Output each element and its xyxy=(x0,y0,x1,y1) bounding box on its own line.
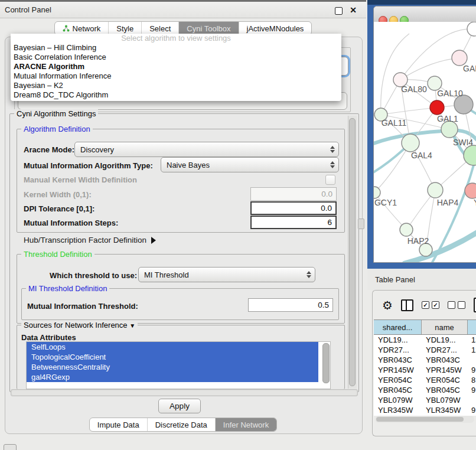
tab-style[interactable]: Style xyxy=(108,22,141,35)
unchecked-box-icon xyxy=(458,301,465,309)
cell: YDL19... xyxy=(374,335,422,345)
cell: YLR345W xyxy=(374,405,422,415)
cell: YBR045C xyxy=(422,385,468,395)
cell: YPR145W xyxy=(422,365,468,375)
kernel-width-field[interactable]: 0.0 xyxy=(250,187,337,201)
node-label: HAP4 xyxy=(437,198,459,207)
node-label: GAL10 xyxy=(437,89,463,98)
deselect-all-icon[interactable] xyxy=(448,301,465,309)
manual-kernel-checkbox[interactable] xyxy=(325,175,335,185)
cell xyxy=(468,355,476,365)
attribute-item-selected[interactable]: BetweennessCentrality xyxy=(27,362,318,372)
network-window-titlebar[interactable] xyxy=(374,6,476,22)
node-label: GAL xyxy=(463,64,476,73)
algorithm-option[interactable]: Dream8 DC_TDC Algorithm xyxy=(11,90,341,100)
tab-discretize-data[interactable]: Discretize Data xyxy=(147,418,215,431)
minimized-panel-icon-partial[interactable] xyxy=(4,444,17,450)
algorithm-option[interactable]: Bayesian – Hill Climbing xyxy=(11,43,341,53)
cell: YER054C xyxy=(374,375,422,385)
tab-network[interactable]: Network xyxy=(55,22,109,35)
table-row[interactable]: YDR27...YDR27...12 xyxy=(374,345,476,355)
table-row[interactable]: YBL079WYBL079W xyxy=(374,395,476,405)
tab-select[interactable]: Select xyxy=(141,22,178,35)
tab-impute-data[interactable]: Impute Data xyxy=(90,418,147,431)
column-header-name[interactable]: name xyxy=(422,320,468,334)
algorithm-option[interactable]: Bayesian – K2 xyxy=(11,81,341,90)
cell: YBL079W xyxy=(422,395,468,405)
expander-arrow-icon xyxy=(151,237,156,244)
table-hscrollbar[interactable] xyxy=(375,416,474,423)
network-view-window: GAL GAL80 GAL10 GAL1 GAL11 SWI4 GAL4 GCY… xyxy=(373,6,476,263)
cell: 9. xyxy=(468,405,476,415)
cell: YBL079W xyxy=(374,395,422,405)
mi-threshold-label: Mutual Information Threshold: xyxy=(27,302,138,311)
tab-label: Discretize Data xyxy=(155,420,207,429)
algorithm-option-selected[interactable]: ARACNE Algorithm xyxy=(11,62,341,71)
node-label: SWI4 xyxy=(453,138,473,147)
table-row[interactable]: YPR145WYPR145W9. xyxy=(374,365,476,375)
table-panel-titlebar: Table Panel xyxy=(367,269,476,290)
algorithm-dropdown-popup: Select algorithm to view settings Bayesi… xyxy=(11,34,341,101)
dpi-tolerance-label: DPI Tolerance [0,1]: xyxy=(24,204,94,213)
bottom-tab-group: Impute Data Discretize Data Infer Networ… xyxy=(89,418,277,432)
table-row[interactable]: YBR043CYBR043C xyxy=(374,355,476,365)
mi-algorithm-type-combobox[interactable]: Naive Bayes xyxy=(161,157,339,172)
sources-group-title[interactable]: Sources for Network Inference ▼ xyxy=(21,321,138,330)
column-header-shared-name[interactable]: shared... xyxy=(374,320,422,334)
gear-icon[interactable]: ⚙ xyxy=(382,299,393,311)
tab-cyni-toolbox[interactable]: Cyni Toolbox xyxy=(178,22,238,35)
hub-definition-expander[interactable]: Hub/Transcription Factor Definition xyxy=(24,236,156,244)
which-threshold-label: Which threshold to use: xyxy=(50,271,137,280)
node-label: GAL1 xyxy=(437,114,458,123)
table-row[interactable]: YLR345WYLR345W9. xyxy=(374,405,476,415)
tab-infer-network[interactable]: Infer Network xyxy=(215,418,276,431)
settings-scrollbar-thumb[interactable] xyxy=(349,118,356,386)
manual-kernel-label: Manual Kernel Width Definition xyxy=(24,175,137,184)
mi-threshold-field[interactable]: 0.5 xyxy=(248,298,333,312)
attributes-scrollbar-thumb[interactable] xyxy=(322,343,330,383)
apply-button[interactable]: Apply xyxy=(158,399,201,413)
cell: YBR045C xyxy=(374,385,422,395)
mi-algorithm-type-label: Mutual Information Algorithm Type: xyxy=(24,161,153,170)
network-canvas[interactable]: GAL GAL80 GAL10 GAL1 GAL11 SWI4 GAL4 GCY… xyxy=(374,22,476,262)
attribute-item-selected[interactable]: gal4RGexp xyxy=(27,372,318,382)
control-panel-titlebar: Control Panel ✕ xyxy=(0,2,366,18)
cell xyxy=(468,395,476,405)
tab-label: Infer Network xyxy=(223,420,269,429)
cell: 12 xyxy=(468,345,476,355)
panel-title: Control Panel xyxy=(5,5,51,14)
table-row[interactable]: YER054CYER054C8. xyxy=(374,375,476,385)
data-attributes-list[interactable]: SelfLoops TopologicalCoefficient Between… xyxy=(26,341,331,389)
node-label: Y xyxy=(474,198,476,207)
mi-algorithm-type-value: Naive Bayes xyxy=(161,161,327,169)
document-icon[interactable] xyxy=(474,298,476,312)
algorithm-option[interactable]: Mutual Information Inference xyxy=(11,71,341,81)
column-header-partial[interactable] xyxy=(468,320,476,334)
panel-splitter-handle[interactable] xyxy=(358,219,364,229)
sources-title-text: Sources for Network Inference xyxy=(24,321,128,330)
network-icon xyxy=(63,25,70,32)
attribute-item-selected[interactable]: TopologicalCoefficient xyxy=(27,352,318,362)
cell: 9. xyxy=(468,365,476,375)
attribute-item-selected[interactable]: SelfLoops xyxy=(27,342,318,352)
algorithm-option[interactable]: Basic Correlation Inference xyxy=(11,53,341,62)
dpi-tolerance-field[interactable]: 0.0 xyxy=(250,201,337,215)
table-row[interactable]: YBR045CYBR045C9. xyxy=(374,385,476,395)
aracne-mode-combobox[interactable]: Discovery xyxy=(74,142,339,157)
mi-steps-field[interactable]: 6 xyxy=(250,216,337,229)
settings-hscrollbar[interactable] xyxy=(11,389,358,396)
which-threshold-combobox[interactable]: MI Threshold xyxy=(138,267,315,282)
table-panel-container: ⚙ ✓ ✓ shared... name YDL19...YDL19...13 … xyxy=(372,290,476,436)
columns-icon[interactable] xyxy=(401,299,413,311)
checked-box-icon: ✓ xyxy=(422,301,429,309)
float-panel-icon[interactable] xyxy=(335,7,343,15)
tab-jactivemnodules[interactable]: jActiveMNodules xyxy=(239,22,312,35)
stepper-arrows-icon xyxy=(303,271,315,278)
mi-threshold-definition-title: MI Threshold Definition xyxy=(26,284,109,293)
select-all-icon[interactable]: ✓ ✓ xyxy=(422,301,439,309)
close-icon[interactable]: ✕ xyxy=(350,5,357,15)
cell: YPR145W xyxy=(374,365,422,375)
table-row[interactable]: YDL19...YDL19...13 xyxy=(374,335,476,345)
table-hscrollbar-thumb[interactable] xyxy=(376,417,464,422)
algorithm-definition-title: Algorithm Definition xyxy=(21,125,93,133)
